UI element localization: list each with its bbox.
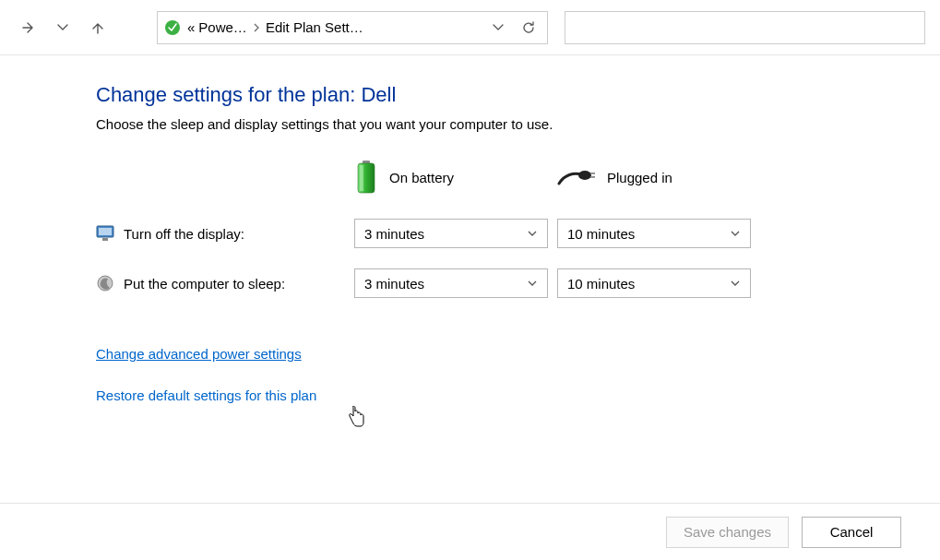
page-title: Change settings for the plan: Dell [96, 83, 940, 107]
row-label-text: Put the computer to sleep: [124, 276, 285, 292]
recent-locations-button[interactable] [48, 13, 77, 42]
main-content: Change settings for the plan: Dell Choos… [0, 55, 940, 503]
save-changes-button: Save changes [666, 517, 789, 548]
breadcrumb-overflow[interactable]: « [187, 19, 195, 35]
chevron-down-icon [527, 278, 538, 289]
svg-rect-6 [590, 176, 595, 178]
sleep-battery-select[interactable]: 3 minutes [354, 268, 548, 298]
row-label-display: Turn off the display: [96, 224, 354, 243]
svg-point-4 [578, 171, 591, 180]
svg-rect-5 [590, 173, 595, 174]
row-label-text: Turn off the display: [124, 226, 244, 242]
display-plugged-select[interactable]: 10 minutes [557, 219, 751, 248]
cancel-button[interactable]: Cancel [802, 517, 901, 548]
chevron-right-icon [251, 23, 262, 32]
column-header-plugged: Plugged in [557, 156, 769, 198]
breadcrumb-item[interactable]: Powe… [198, 19, 247, 35]
address-dropdown-button[interactable] [492, 21, 505, 34]
select-value: 10 minutes [567, 276, 635, 292]
row-label-sleep: Put the computer to sleep: [96, 274, 354, 292]
column-header-label: Plugged in [607, 170, 672, 185]
moon-icon [96, 274, 114, 292]
control-panel-icon [161, 17, 184, 39]
footer-bar: Save changes Cancel [0, 503, 940, 560]
refresh-button[interactable] [521, 20, 536, 35]
advanced-power-settings-link[interactable]: Change advanced power settings [96, 346, 302, 362]
svg-rect-9 [102, 238, 108, 241]
svg-rect-8 [99, 228, 112, 235]
monitor-icon [96, 224, 114, 243]
hand-cursor-icon [347, 406, 365, 428]
select-value: 3 minutes [364, 276, 424, 292]
restore-defaults-link[interactable]: Restore default settings for this plan [96, 387, 316, 403]
chevron-down-icon [527, 228, 538, 239]
search-box[interactable] [565, 11, 925, 44]
column-header-label: On battery [389, 170, 454, 185]
explorer-navbar: « Powe… Edit Plan Sett… [0, 0, 940, 55]
chevron-down-icon [730, 278, 741, 289]
display-battery-select[interactable]: 3 minutes [354, 219, 548, 248]
breadcrumb: « Powe… Edit Plan Sett… [187, 19, 363, 35]
plug-icon [557, 167, 596, 187]
sleep-plugged-select[interactable]: 10 minutes [557, 268, 751, 298]
page-subtext: Choose the sleep and display settings th… [96, 116, 940, 132]
up-button[interactable] [83, 13, 113, 42]
battery-icon [354, 160, 378, 195]
address-bar[interactable]: « Powe… Edit Plan Sett… [157, 11, 548, 44]
breadcrumb-item[interactable]: Edit Plan Sett… [266, 19, 363, 35]
button-label: Cancel [830, 524, 874, 540]
svg-point-0 [165, 20, 180, 35]
column-header-battery: On battery [354, 156, 557, 198]
select-value: 3 minutes [364, 226, 424, 242]
forward-button[interactable] [13, 13, 42, 42]
svg-rect-3 [360, 165, 363, 191]
chevron-down-icon [730, 228, 741, 239]
button-label: Save changes [684, 524, 771, 540]
select-value: 10 minutes [567, 226, 635, 242]
